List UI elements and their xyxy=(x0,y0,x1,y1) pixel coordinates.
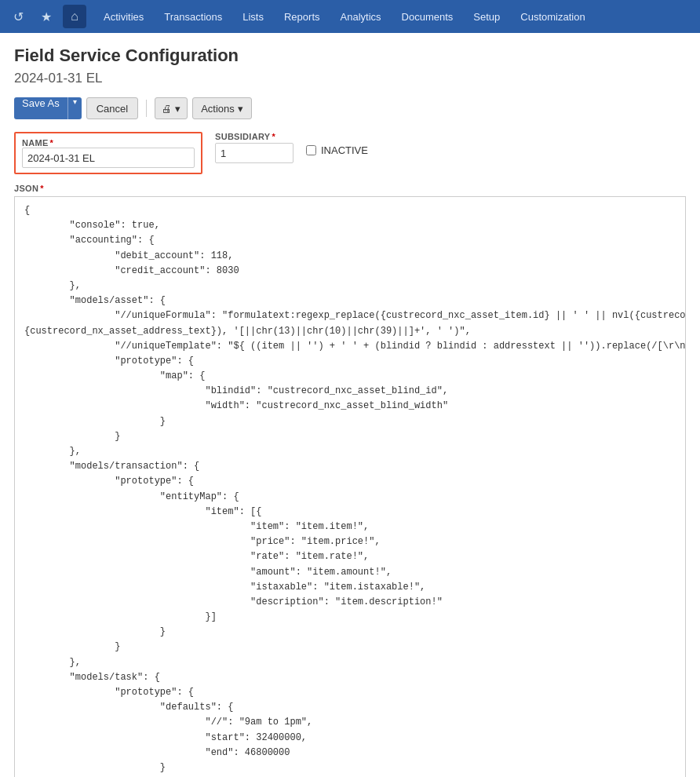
json-required-star: * xyxy=(40,184,44,193)
actions-button[interactable]: Actions ▾ xyxy=(192,97,252,119)
toolbar-divider xyxy=(146,100,147,117)
save-as-label[interactable]: Save As xyxy=(14,97,68,119)
nav-customization[interactable]: Customization xyxy=(511,6,594,27)
nav-icon-group: ↺ ★ ⌂ xyxy=(6,5,86,28)
print-arrow[interactable]: ▾ xyxy=(175,103,180,115)
form-fields-row: NAME* SUBSIDIARY* INACTIVE xyxy=(14,132,686,174)
actions-arrow: ▾ xyxy=(238,103,243,115)
print-button[interactable]: 🖨 ▾ xyxy=(155,97,188,119)
subsidiary-required-star: * xyxy=(272,132,275,141)
nav-transactions[interactable]: Transactions xyxy=(155,6,232,27)
history-icon-button[interactable]: ↺ xyxy=(6,5,30,28)
save-as-dropdown-arrow[interactable]: ▾ xyxy=(68,97,82,119)
inactive-label: INACTIVE xyxy=(321,144,368,156)
json-label: JSON* xyxy=(14,184,686,193)
nav-menu: Activities Transactions Lists Reports An… xyxy=(94,6,595,27)
name-field-group: NAME* xyxy=(14,132,202,174)
nav-lists[interactable]: Lists xyxy=(233,6,273,27)
name-label: NAME* xyxy=(22,138,195,148)
json-content: { "console": true, "accounting": { "debi… xyxy=(15,197,685,777)
subsidiary-label: SUBSIDIARY* xyxy=(215,132,293,141)
cancel-button[interactable]: Cancel xyxy=(86,97,138,119)
inactive-group: INACTIVE xyxy=(306,144,368,156)
inactive-checkbox[interactable] xyxy=(306,145,316,155)
top-navigation: ↺ ★ ⌂ Activities Transactions Lists Repo… xyxy=(0,0,700,33)
save-as-button[interactable]: Save As ▾ xyxy=(14,97,82,119)
page-content: Field Service Configuration 2024-01-31 E… xyxy=(0,33,700,777)
record-name: 2024-01-31 EL xyxy=(14,71,686,86)
nav-reports[interactable]: Reports xyxy=(275,6,330,27)
toolbar: Save As ▾ Cancel 🖨 ▾ Actions ▾ xyxy=(14,97,686,119)
favorites-icon-button[interactable]: ★ xyxy=(35,5,58,28)
actions-label: Actions xyxy=(201,103,235,115)
page-title: Field Service Configuration xyxy=(14,46,686,66)
print-icon: 🖨 xyxy=(162,103,172,115)
name-required-star: * xyxy=(50,138,54,148)
json-section: JSON* { "console": true, "accounting": {… xyxy=(14,184,686,777)
nav-setup[interactable]: Setup xyxy=(464,6,509,27)
name-input[interactable] xyxy=(22,148,195,168)
subsidiary-field-group: SUBSIDIARY* xyxy=(215,132,293,163)
json-editor-wrapper[interactable]: { "console": true, "accounting": { "debi… xyxy=(14,196,686,777)
nav-documents[interactable]: Documents xyxy=(392,6,463,27)
subsidiary-input[interactable] xyxy=(215,143,293,163)
home-icon-button[interactable]: ⌂ xyxy=(63,5,86,28)
nav-analytics[interactable]: Analytics xyxy=(331,6,391,27)
nav-activities[interactable]: Activities xyxy=(94,6,153,27)
